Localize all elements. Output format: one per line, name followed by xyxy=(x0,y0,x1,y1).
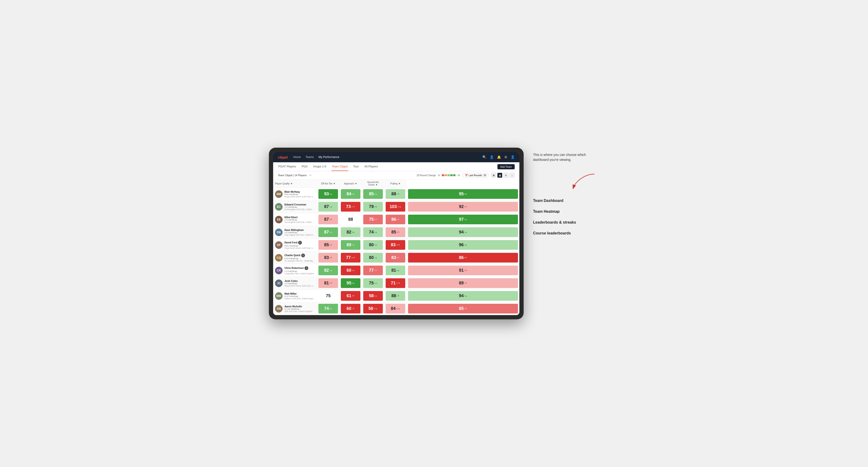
user-icon[interactable]: 👤 xyxy=(490,155,494,159)
metric-change: 9▲ xyxy=(374,206,377,208)
metric-value: 74 xyxy=(324,306,329,311)
subnav-tour[interactable]: Tour xyxy=(353,162,359,171)
player-cell[interactable]: JC Josh Coles 1-5 Handicap Royal North D… xyxy=(273,277,317,290)
annotation-item-2: Leaderboards & streaks xyxy=(533,220,599,224)
team-header: Team Clippd | 14 Players ✏ 20 Round Chan… xyxy=(273,171,519,180)
metric-change: 3▼ xyxy=(329,218,332,220)
nav-teams[interactable]: Teams xyxy=(305,154,314,160)
score-cell-2: 79 9▲ xyxy=(362,200,384,213)
metric-value: 73 xyxy=(346,204,351,209)
metric-value: 94 xyxy=(459,293,464,299)
nav-home[interactable]: Home xyxy=(293,154,301,160)
player-cell[interactable]: CR Chris Robertsoni 1-5 Handicap Craigmi… xyxy=(273,264,317,277)
subnav-pgat[interactable]: PGAT Players xyxy=(278,162,297,171)
player-cell[interactable]: EC Edward Crossman 1-5 Handicap Sunningd… xyxy=(273,200,317,213)
score-cell-3: 83 10▼ xyxy=(384,239,407,251)
player-cell[interactable]: EE Elliot Ebert 1-5 Handicap Sunningdale… xyxy=(273,213,317,226)
player-name: Charlie Quicki xyxy=(284,253,315,257)
metric-change: 3▲ xyxy=(374,244,377,246)
score-cell-4: 94 1▲ xyxy=(407,226,519,239)
metric-change: 14▼ xyxy=(351,257,355,259)
table-row[interactable]: MM Matt Miller 6-10 Handicap Woburn Golf… xyxy=(273,290,519,302)
player-cell[interactable]: AN Aaron Nicholls 11-15 Handicap Drift G… xyxy=(273,302,317,315)
metric-value: 97 xyxy=(459,217,464,222)
player-cell[interactable]: CQ Charlie Quicki 6-10 Handicap St. Geor… xyxy=(273,251,317,264)
player-handicap: 1-5 Handicap xyxy=(284,231,315,234)
edit-icon[interactable]: ✏ xyxy=(309,174,312,177)
player-name: Chris Robertsoni xyxy=(284,266,314,270)
score-cell-0: 87 4▲ xyxy=(317,226,339,239)
table-row[interactable]: CR Chris Robertsoni 1-5 Handicap Craigmi… xyxy=(273,264,519,277)
score-cell-4: 95 9▲ xyxy=(407,188,519,200)
metric-value: 95 xyxy=(346,281,351,286)
metric-change: 3▼ xyxy=(374,269,377,272)
export-btn[interactable]: ↓ xyxy=(509,173,515,178)
subnav-hcaps[interactable]: Hcaps 1-5 xyxy=(313,162,327,171)
last-rounds-value: 20 xyxy=(484,174,486,177)
metric-change: 7▲ xyxy=(352,244,354,246)
search-icon[interactable]: 🔍 xyxy=(483,155,486,159)
player-handicap: 1-5 Handicap xyxy=(284,219,315,221)
player-cell[interactable]: MM Matt Miller 6-10 Handicap Woburn Golf… xyxy=(273,290,317,302)
table-row[interactable]: EC Edward Crossman 1-5 Handicap Sunningd… xyxy=(273,200,519,213)
metric-value: 75 xyxy=(369,217,374,222)
heatmap-view-btn[interactable]: ▦ xyxy=(497,173,502,178)
score-cell-4: 94 3▲ xyxy=(407,290,519,302)
table-row[interactable]: JC Josh Coles 1-5 Handicap Royal North D… xyxy=(273,277,519,290)
metric-value: 91 xyxy=(459,268,464,273)
metric-value: 89 xyxy=(346,243,351,247)
player-club: Craigmillar Park, United Kingdom xyxy=(284,272,314,275)
nav-icons: 🔍 👤 🔔 ⚙ 👤 xyxy=(483,155,515,159)
bell-icon[interactable]: 🔔 xyxy=(497,155,501,159)
metric-value: 74 xyxy=(369,230,374,235)
score-cell-2: 75 3▼ xyxy=(362,213,384,226)
player-name: Blair McHarg xyxy=(284,190,315,193)
metric-change: 9▲ xyxy=(329,193,332,195)
score-cell-0: 93 9▲ xyxy=(317,188,339,200)
last-rounds-button[interactable]: 📅 Last Rounds: 20 xyxy=(463,173,488,178)
player-club: St. George's Hill GC - Weybridge - Surre… xyxy=(284,260,315,262)
table-row[interactable]: DF David Fordi Plus Handicap Royal North… xyxy=(273,239,519,251)
score-cell-2: 80 3▲ xyxy=(362,239,384,251)
metric-change: 8▼ xyxy=(464,257,467,259)
metric-change: 8▲ xyxy=(352,282,354,284)
metric-value: 81 xyxy=(324,281,329,286)
tablet-screen: clippd Home Teams My Performance 🔍 👤 🔔 ⚙… xyxy=(273,152,519,315)
profile-avatar[interactable]: 👤 xyxy=(511,155,515,159)
metric-change: 3▲ xyxy=(329,269,332,272)
metric-change: 5▲ xyxy=(464,218,467,220)
subnav-all-players[interactable]: All Players xyxy=(364,162,378,171)
metric-change: 11▼ xyxy=(351,206,355,208)
nav-my-performance[interactable]: My Performance xyxy=(319,154,339,160)
metric-change: 1▲ xyxy=(374,231,377,233)
list-view-btn[interactable]: ≡ xyxy=(503,173,508,178)
metric-value: 103 xyxy=(390,204,397,209)
table-row[interactable]: EE Elliot Ebert 1-5 Handicap Sunningdale… xyxy=(273,213,519,226)
metric-value: 88 xyxy=(391,293,396,299)
score-cell-0: 87 3▼ xyxy=(317,213,339,226)
table-row[interactable]: BM Blair McHarg Plus Handicap Royal Nort… xyxy=(273,188,519,200)
player-cell[interactable]: DF David Fordi Plus Handicap Royal North… xyxy=(273,239,317,251)
metric-value: 87 xyxy=(324,217,329,222)
grid-view-btn[interactable]: ⊞ xyxy=(491,173,496,178)
table-row[interactable]: AN Aaron Nicholls 11-15 Handicap Drift G… xyxy=(273,302,519,315)
subnav-pga[interactable]: PGA xyxy=(301,162,308,171)
add-team-button[interactable]: Add Team xyxy=(497,164,515,169)
metric-value: 85 xyxy=(391,230,396,235)
table-row[interactable]: DB Dave Billingham 1-5 Handicap Gog Mago… xyxy=(273,226,519,239)
player-club: Royal North Devon Golf Club, United King… xyxy=(284,247,315,249)
player-cell[interactable]: DB Dave Billingham 1-5 Handicap Gog Mago… xyxy=(273,226,317,239)
metric-value: 71 xyxy=(391,281,396,286)
col-header-putting: Putting ▼ xyxy=(384,180,407,188)
score-cell-2: 77 3▼ xyxy=(362,264,384,277)
metric-value: 80 xyxy=(369,243,374,247)
table-row[interactable]: CQ Charlie Quicki 6-10 Handicap St. Geor… xyxy=(273,251,519,264)
score-cell-4: 96 3▲ xyxy=(407,239,519,251)
player-cell[interactable]: BM Blair McHarg Plus Handicap Royal Nort… xyxy=(273,188,317,200)
round-change-label: 20 Round Change xyxy=(416,174,436,177)
score-cell-4: 85 4▼ xyxy=(407,302,519,315)
annotation-item-3: Course leaderboards xyxy=(533,231,599,236)
player-handicap: Plus Handicap xyxy=(284,245,315,247)
settings-icon[interactable]: ⚙ xyxy=(504,155,507,159)
subnav-team-clippd[interactable]: Team Clippd xyxy=(331,162,348,171)
